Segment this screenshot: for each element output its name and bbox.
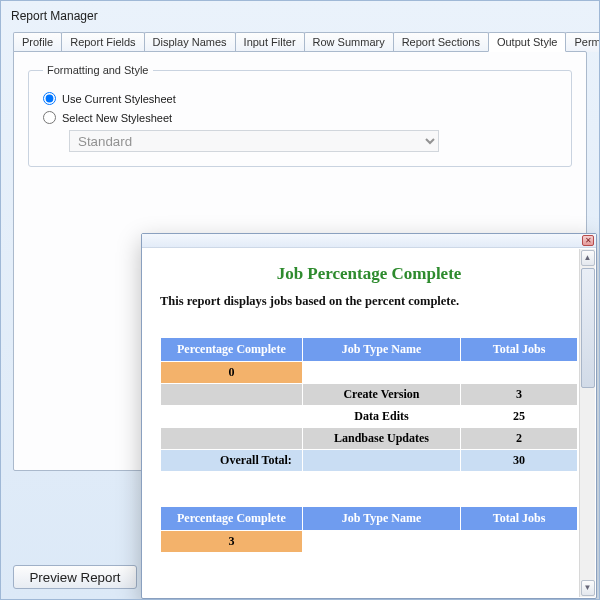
stylesheet-select[interactable]: Standard: [69, 130, 439, 152]
tab-report-fields[interactable]: Report Fields: [61, 32, 144, 52]
group-legend: Formatting and Style: [43, 64, 153, 76]
radio-select-new-input[interactable]: [43, 111, 56, 124]
scroll-up-icon[interactable]: ▲: [581, 250, 595, 266]
overall-label: Overall Total:: [161, 450, 303, 472]
tab-permissions[interactable]: Permissions: [565, 32, 600, 52]
tab-display-names[interactable]: Display Names: [144, 32, 236, 52]
scroll-thumb[interactable]: [581, 268, 595, 388]
preview-titlebar: ✕: [142, 234, 596, 248]
tab-output-style[interactable]: Output Style: [488, 32, 567, 52]
total-value: 25: [461, 406, 578, 428]
col-pct: Percentage Complete: [161, 338, 303, 362]
tab-profile[interactable]: Profile: [13, 32, 62, 52]
tab-row-summary[interactable]: Row Summary: [304, 32, 394, 52]
tab-strip: Profile Report Fields Display Names Inpu…: [13, 31, 587, 51]
col-total: Total Jobs: [461, 507, 578, 531]
type-value: Create Version: [302, 384, 460, 406]
col-total: Total Jobs: [461, 338, 578, 362]
preview-body: Job Percentage Complete This report disp…: [142, 248, 596, 553]
table-row: 0: [161, 362, 578, 384]
table-row: Landbase Updates 2: [161, 428, 578, 450]
report-table-group-2: Percentage Complete Job Type Name Total …: [160, 506, 578, 553]
col-type: Job Type Name: [302, 338, 460, 362]
report-description: This report displays jobs based on the p…: [160, 294, 578, 309]
total-value: 2: [461, 428, 578, 450]
col-pct: Percentage Complete: [161, 507, 303, 531]
report-table-group-1: Percentage Complete Job Type Name Total …: [160, 337, 578, 472]
col-type: Job Type Name: [302, 507, 460, 531]
type-value: Landbase Updates: [302, 428, 460, 450]
preview-report-button[interactable]: Preview Report: [13, 565, 137, 589]
radio-use-current-input[interactable]: [43, 92, 56, 105]
radio-select-new-label: Select New Stylesheet: [62, 112, 172, 124]
pct-value: 3: [161, 531, 303, 553]
radio-use-current[interactable]: Use Current Stylesheet: [43, 92, 557, 105]
table-row: 3: [161, 531, 578, 553]
report-preview-window: ✕ Job Percentage Complete This report di…: [141, 233, 597, 599]
table-row: Create Version 3: [161, 384, 578, 406]
tab-report-sections[interactable]: Report Sections: [393, 32, 489, 52]
table-row: Data Edits 25: [161, 406, 578, 428]
radio-use-current-label: Use Current Stylesheet: [62, 93, 176, 105]
window-title: Report Manager: [1, 1, 599, 27]
pct-value: 0: [161, 362, 303, 384]
total-value: 3: [461, 384, 578, 406]
close-icon[interactable]: ✕: [582, 235, 594, 246]
type-value: Data Edits: [302, 406, 460, 428]
overall-total: 30: [461, 450, 578, 472]
tab-input-filter[interactable]: Input Filter: [235, 32, 305, 52]
radio-select-new[interactable]: Select New Stylesheet: [43, 111, 557, 124]
scrollbar[interactable]: ▲ ▼: [579, 249, 595, 597]
formatting-style-group: Formatting and Style Use Current Stylesh…: [28, 64, 572, 167]
report-title: Job Percentage Complete: [160, 264, 578, 284]
scroll-down-icon[interactable]: ▼: [581, 580, 595, 596]
table-row-total: Overall Total: 30: [161, 450, 578, 472]
